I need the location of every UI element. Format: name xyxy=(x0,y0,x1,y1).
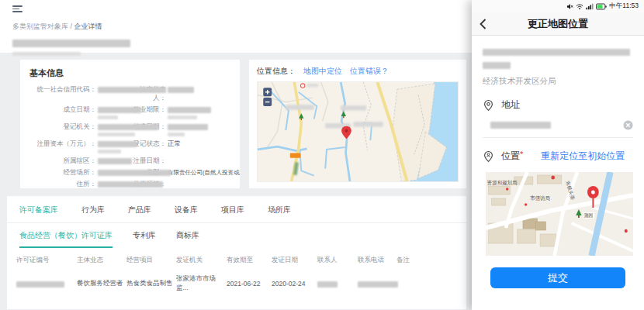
nav-bar: 更正地图位置 xyxy=(472,12,644,36)
license-tabs-card: 许可备案库 行为库 产品库 设备库 项目库 场所库 食品经营（餐饮）许可证库 专… xyxy=(6,195,467,310)
mobile-map-canvas: 资源和规划局 市信访局 东横头弄 蒲园 xyxy=(486,172,633,256)
wifi-icon xyxy=(576,3,583,10)
tab-behaviors[interactable]: 行为库 xyxy=(81,205,105,215)
field-credit-code: 统一社会信用代码： xyxy=(29,85,124,102)
basic-info-fields: 统一社会信用代码： 法定代表人： 成立日期： 营业期限： 登记机关： xyxy=(29,85,230,189)
sub-tabs: 食品经营（餐饮）许可证库 专利库 商标库 xyxy=(16,223,457,248)
field-registration-date: 注册日期： xyxy=(127,157,241,165)
desktop-content: 基本信息 统一社会信用代码： 法定代表人： 成立日期： 营业期限： xyxy=(0,59,472,189)
field-residence: 住所： xyxy=(29,180,124,188)
table-header-row: 许可证编号 主体业态 经营项目 发证机关 有效期至 发证日期 联系人 联系电话 … xyxy=(16,250,457,270)
address-label: 地址 xyxy=(501,98,520,112)
relocate-link[interactable]: 重新定位至初始位置 xyxy=(541,150,625,163)
signal-icon xyxy=(586,3,594,10)
desktop-header: 多类别监管对象库 / 企业详情 xyxy=(0,0,472,53)
field-business-premise: 经营场所： xyxy=(29,168,124,177)
field-registered-capital: 注册资本（万元）： xyxy=(29,140,124,153)
location-info-card: 位置信息：地图中定位位置错误？ xyxy=(248,59,467,189)
table-row[interactable]: 餐饮服务经营者 热食类食品制售 张家港市市场监... 2021-06-22 20… xyxy=(16,270,457,298)
map-label-garden: 蒲园 xyxy=(583,212,593,219)
mobile-map[interactable]: 资源和规划局 市信访局 东横头弄 蒲园 xyxy=(486,172,633,256)
mute-icon xyxy=(566,3,573,10)
desktop-page: 多类别监管对象库 / 企业详情 基本信息 统一社会信用代码： 法定代表人： xyxy=(0,0,472,310)
location-wrong-link[interactable]: 位置错误？ xyxy=(350,67,389,75)
breadcrumb-parent[interactable]: 多类别监管对象库 xyxy=(12,22,68,30)
tab-premises[interactable]: 场所库 xyxy=(268,205,291,215)
library-tabs: 许可备案库 行为库 产品库 设备库 项目库 场所库 xyxy=(16,196,457,222)
tab-equipment[interactable]: 设备库 xyxy=(175,205,198,215)
tab-trademarks[interactable]: 商标库 xyxy=(176,230,199,248)
company-title-redacted xyxy=(12,36,130,56)
status-bar: 中午11:53 xyxy=(472,0,644,12)
map-label-planning-bureau: 资源和规划局 xyxy=(487,180,518,186)
position-person-icon xyxy=(483,150,494,163)
tab-license-records[interactable]: 许可备案库 xyxy=(19,205,58,215)
tab-food-license[interactable]: 食品经营（餐饮）许可证库 xyxy=(19,230,113,248)
tab-patents[interactable]: 专利库 xyxy=(133,230,156,248)
breadcrumb: 多类别监管对象库 / 企业详情 xyxy=(12,22,102,32)
field-district: 所属辖区： xyxy=(29,157,124,165)
breadcrumb-separator: / xyxy=(71,22,73,30)
field-founding-date: 成立日期： xyxy=(29,105,124,119)
basic-info-title: 基本信息 xyxy=(29,67,230,79)
map-zoom-out-button[interactable] xyxy=(263,98,272,106)
address-pin-icon xyxy=(483,99,494,112)
route-badge xyxy=(290,153,301,157)
position-label: 位置* xyxy=(501,150,523,163)
required-asterisk: * xyxy=(520,150,523,159)
field-business-term: 营业期限： xyxy=(127,105,241,119)
tab-projects[interactable]: 项目库 xyxy=(221,205,244,215)
status-time: 中午11:53 xyxy=(609,2,639,11)
page-title: 更正地图位置 xyxy=(528,17,588,31)
clear-icon[interactable] xyxy=(623,120,633,130)
address-input[interactable] xyxy=(483,120,633,138)
tab-products[interactable]: 产品库 xyxy=(128,205,151,215)
mobile-body: 经济技术开发区分局 地址 位置* 重新定位至初始位置 xyxy=(472,36,644,288)
map-label-letters-bureau: 市信访局 xyxy=(530,195,550,202)
desktop-map[interactable] xyxy=(257,81,459,182)
hamburger-menu-icon[interactable] xyxy=(12,5,23,13)
license-table: 许可证编号 主体业态 经营项目 发证机关 有效期至 发证日期 联系人 联系电话 … xyxy=(16,250,457,298)
field-registration-status: 登记状态： 正常 xyxy=(127,140,241,153)
location-header: 位置信息：地图中定位位置错误？ xyxy=(257,66,459,77)
basic-info-card: 基本信息 统一社会信用代码： 法定代表人： 成立日期： 营业期限： xyxy=(19,59,241,189)
submit-button[interactable]: 提交 xyxy=(490,267,625,288)
back-icon[interactable] xyxy=(480,19,486,29)
mobile-panel: 中午11:53 更正地图位置 经济技术开发区分局 地址 xyxy=(472,0,644,310)
breadcrumb-current: 企业详情 xyxy=(74,22,102,30)
address-row: 地址 xyxy=(483,98,633,112)
map-zoom-in-button[interactable] xyxy=(263,88,272,96)
field-registration-authority: 登记机关： xyxy=(29,122,124,136)
company-name-redacted xyxy=(483,45,633,69)
locate-on-map-link[interactable]: 地图中定位 xyxy=(303,67,342,75)
location-title: 位置信息： xyxy=(257,67,296,75)
desktop-map-canvas xyxy=(258,82,458,181)
battery-icon xyxy=(596,3,607,10)
position-row: 位置* 重新定位至初始位置 xyxy=(483,150,633,163)
branch-office-label: 经济技术开发区分局 xyxy=(483,76,633,87)
